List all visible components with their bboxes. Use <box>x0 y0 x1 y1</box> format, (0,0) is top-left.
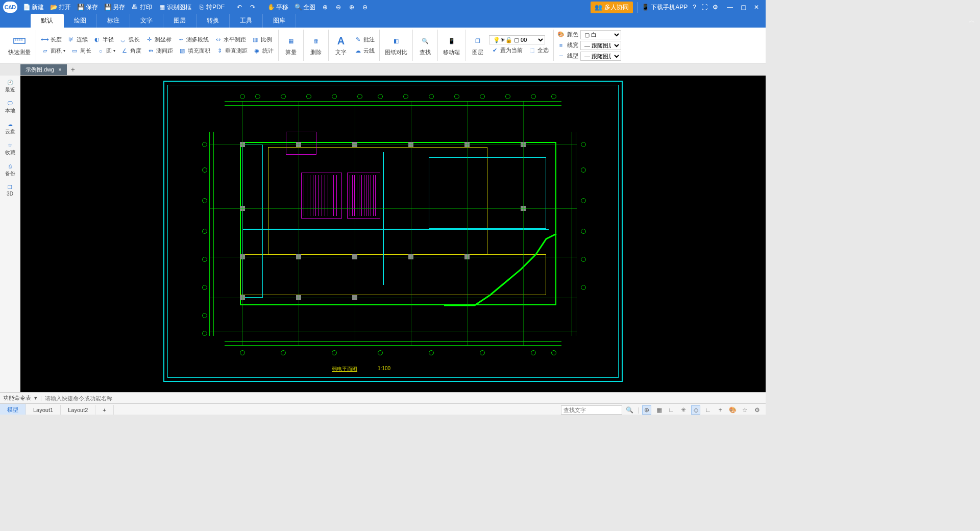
qa-undo[interactable]: ↶ <box>233 3 246 12</box>
scale-button[interactable]: ▥比例 <box>250 35 274 45</box>
lineweight-select[interactable]: — 跟随图层 <box>580 41 621 50</box>
search-input[interactable] <box>561 405 622 415</box>
window-close[interactable]: ✕ <box>752 3 761 11</box>
menu-tab-draw[interactable]: 绘图 <box>64 14 97 28</box>
command-input[interactable] <box>45 395 249 401</box>
menu-tab-convert[interactable]: 转换 <box>197 14 230 28</box>
layer-select[interactable]: 💡☀🔓 ▢ 00 <box>489 35 545 44</box>
hdist-button[interactable]: ⇔水平测距 <box>212 35 248 45</box>
menu-tab-tools[interactable]: 工具 <box>230 14 263 28</box>
linetype-select[interactable]: — 跟随图层 <box>580 52 621 61</box>
mobile-button[interactable]: 📱移动端 <box>441 33 462 57</box>
perimeter-button[interactable]: ▭周长 <box>69 46 93 56</box>
search-button[interactable]: 🔍 <box>625 405 634 415</box>
area-button[interactable]: ▱面积▾ <box>39 46 67 56</box>
gear-toggle[interactable]: ⚙ <box>752 405 762 415</box>
sidebar-3d[interactable]: ❒3D <box>7 184 13 197</box>
osnap-toggle[interactable]: ◇ <box>691 405 700 415</box>
grid-toggle[interactable]: ▦ <box>654 405 664 415</box>
drawing-canvas[interactable]: 弱电平面图 1:100 <box>20 76 766 392</box>
menu-tab-dim[interactable]: 标注 <box>97 14 130 28</box>
sidebar-local[interactable]: 🖵本地 <box>5 101 15 114</box>
layout-tab-2[interactable]: Layout2 <box>61 405 95 415</box>
menu-tab-default[interactable]: 默认 <box>31 14 64 28</box>
delete-button[interactable]: 🗑删除 <box>307 33 325 57</box>
text-button[interactable]: A文字 <box>332 33 350 57</box>
qa-saveas[interactable]: 💾另存 <box>102 2 128 13</box>
qa-zoomout2[interactable]: ⊖ <box>359 3 371 12</box>
polar-toggle[interactable]: ✳ <box>679 405 688 415</box>
layout-tab-1[interactable]: Layout1 <box>26 405 61 415</box>
compare-button[interactable]: ◧图纸对比 <box>383 33 409 57</box>
window-minimize[interactable]: — <box>726 3 734 11</box>
cloud-icon: ☁ <box>354 47 362 55</box>
star-icon: ☆ <box>742 406 748 414</box>
sidebar-backup[interactable]: ⎙备份 <box>5 163 15 177</box>
stats-button[interactable]: ◉统计 <box>251 46 275 56</box>
gap-button[interactable]: ⇹测间距 <box>145 46 175 56</box>
qa-redo[interactable]: ↷ <box>247 3 259 12</box>
find-button[interactable]: 🔍查找 <box>416 33 434 57</box>
table-icon: ▦ <box>284 34 298 47</box>
annot-button[interactable]: ✎批注 <box>352 35 376 45</box>
fullscreen-button[interactable]: ⛶ <box>699 3 710 12</box>
qa-pan[interactable]: ✋平移 <box>265 2 291 13</box>
color-select[interactable]: ▢ 白 <box>580 30 621 39</box>
track-toggle[interactable]: ∟ <box>703 405 713 415</box>
sidebar-recent[interactable]: 🕘最近 <box>5 80 15 93</box>
setcurrent-button[interactable]: ✔置为当前 <box>489 45 524 56</box>
layer-button[interactable]: ❐图层 <box>469 33 487 57</box>
help-button[interactable]: ? <box>690 3 699 12</box>
length-button[interactable]: ⟷长度 <box>39 35 63 45</box>
add-tab-button[interactable]: + <box>67 64 79 75</box>
menu-bar: 默认 绘图 标注 文字 图层 转换 工具 图库 ︿ <box>0 14 766 28</box>
vdist-button[interactable]: ⇕垂直测距 <box>214 46 249 56</box>
color-toggle[interactable]: 🎨 <box>728 405 737 415</box>
cloud-button[interactable]: ☁云线 <box>352 46 376 56</box>
minimize-icon: — <box>727 4 733 11</box>
selectall-button[interactable]: ⬚全选 <box>526 45 550 56</box>
window-maximize[interactable]: ▢ <box>739 3 747 11</box>
collab-button[interactable]: 👥多人协同 <box>591 2 633 13</box>
grid-icon: ▦ <box>656 406 662 414</box>
layout-tab-model[interactable]: 模型 <box>0 404 26 415</box>
qa-zoomout[interactable]: ⊖ <box>332 3 345 12</box>
qa-new[interactable]: 📄新建 <box>20 2 46 13</box>
chevron-down-icon[interactable]: ▾ <box>34 395 37 401</box>
download-app-button[interactable]: 📱下载手机APP <box>637 2 690 13</box>
sidebar-cloud[interactable]: ☁云盘 <box>5 122 15 135</box>
quick-measure-button[interactable]: 快速测量 <box>6 33 33 57</box>
qa-save[interactable]: 💾保存 <box>75 2 101 13</box>
close-tab-icon[interactable]: × <box>58 66 61 73</box>
qa-open[interactable]: 📂打开 <box>47 2 74 13</box>
settings-button[interactable]: ⚙ <box>710 3 721 12</box>
angle-button[interactable]: ∠角度 <box>119 46 143 56</box>
calc-button[interactable]: ▦算量 <box>282 33 300 57</box>
qa-pdf[interactable]: ⎘转PDF <box>195 2 227 13</box>
hatcharea-button[interactable]: ▨填充面积 <box>177 46 212 56</box>
lwt-toggle[interactable]: + <box>716 405 725 415</box>
menu-tab-text[interactable]: 文字 <box>130 14 163 28</box>
ortho-toggle[interactable]: ∟ <box>667 405 676 415</box>
fav-toggle[interactable]: ☆ <box>740 405 749 415</box>
snap-toggle[interactable]: ⊕ <box>642 405 651 415</box>
add-layout-button[interactable]: + <box>95 405 113 415</box>
qa-print[interactable]: 🖶打印 <box>129 2 155 13</box>
circle-button[interactable]: ○圆▾ <box>95 46 117 56</box>
arc-button[interactable]: ◡弧长 <box>117 35 141 45</box>
search-icon: 🔍 <box>626 406 633 414</box>
sidebar-fav[interactable]: ☆收藏 <box>5 142 15 156</box>
radius-button[interactable]: ◐半径 <box>91 35 115 45</box>
area-icon: ▱ <box>41 47 49 55</box>
polyline-button[interactable]: ⩫测多段线 <box>175 35 210 45</box>
qa-recognize[interactable]: ▦识别图框 <box>156 2 194 13</box>
menu-tab-layer[interactable]: 图层 <box>163 14 197 28</box>
qa-zoomin[interactable]: ⊕ <box>319 3 331 12</box>
qa-zoomin2[interactable]: ⊕ <box>346 3 358 12</box>
menu-tab-library[interactable]: 图库 <box>263 14 296 28</box>
gap-icon: ⇹ <box>146 47 155 55</box>
continuous-button[interactable]: ⊯连续 <box>65 35 89 45</box>
doc-tab-active[interactable]: 示例图.dwg× <box>20 64 67 75</box>
qa-fit[interactable]: 🔍全图 <box>292 2 318 13</box>
coord-button[interactable]: ✛测坐标 <box>143 35 173 45</box>
